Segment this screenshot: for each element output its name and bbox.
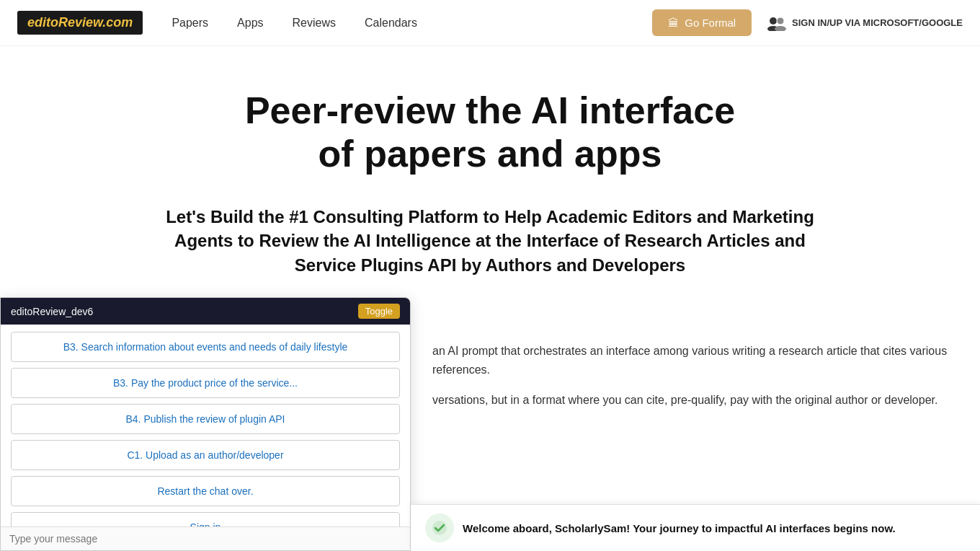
nav-link-apps[interactable]: Apps bbox=[237, 14, 263, 32]
body-paragraph-2: versations, but in a format where you ca… bbox=[432, 391, 980, 410]
site-logo[interactable]: editoReview.com bbox=[17, 11, 143, 35]
hero-subtitle: Let's Build the #1 Consulting Platform t… bbox=[159, 205, 821, 278]
nav-link-papers[interactable]: Papers bbox=[172, 14, 208, 32]
chat-widget: editoReview_dev6 Toggle B3. Search infor… bbox=[0, 297, 411, 435]
chat-body: B3. Search information about events and … bbox=[1, 325, 410, 435]
nav-links: Papers Apps Reviews Calendars bbox=[172, 14, 652, 32]
go-formal-button[interactable]: 🏛 Go Formal bbox=[652, 9, 752, 36]
hero-title-line1: Peer-review the AI interface bbox=[245, 89, 735, 131]
chat-header: editoReview_dev6 Toggle bbox=[1, 298, 410, 325]
svg-point-0 bbox=[770, 17, 777, 25]
signin-label: SIGN IN/UP VIA MICROSOFT/GOOGLE bbox=[792, 17, 963, 28]
chat-toggle-button[interactable]: Toggle bbox=[358, 304, 400, 319]
chat-btn-b4[interactable]: B4. Publish the review of plugin API bbox=[11, 404, 400, 434]
chat-title: editoReview_dev6 bbox=[11, 306, 93, 317]
logo-text: editoReview.com bbox=[27, 15, 133, 30]
hero-title-line2: of papers and apps bbox=[318, 133, 662, 175]
formal-icon: 🏛 bbox=[668, 17, 679, 29]
signin-area[interactable]: SIGN IN/UP VIA MICROSOFT/GOOGLE bbox=[766, 15, 963, 31]
body-text-area: an AI prompt that orchestrates an interf… bbox=[432, 327, 980, 435]
cta-label: Go Formal bbox=[685, 17, 736, 29]
chat-btn-b3[interactable]: B3. Search information about events and … bbox=[11, 332, 400, 362]
user-icon bbox=[766, 15, 786, 31]
svg-point-2 bbox=[777, 17, 784, 25]
chat-btn-b3-pay[interactable]: B3. Pay the product price of the service… bbox=[11, 368, 400, 398]
navbar: editoReview.com Papers Apps Reviews Cale… bbox=[0, 0, 980, 46]
nav-link-reviews[interactable]: Reviews bbox=[293, 14, 336, 32]
hero-title: Peer-review the AI interface of papers a… bbox=[29, 89, 951, 176]
hero-section: Peer-review the AI interface of papers a… bbox=[0, 46, 980, 327]
body-paragraph-1: an AI prompt that orchestrates an interf… bbox=[432, 342, 980, 379]
nav-link-calendars[interactable]: Calendars bbox=[365, 14, 417, 32]
